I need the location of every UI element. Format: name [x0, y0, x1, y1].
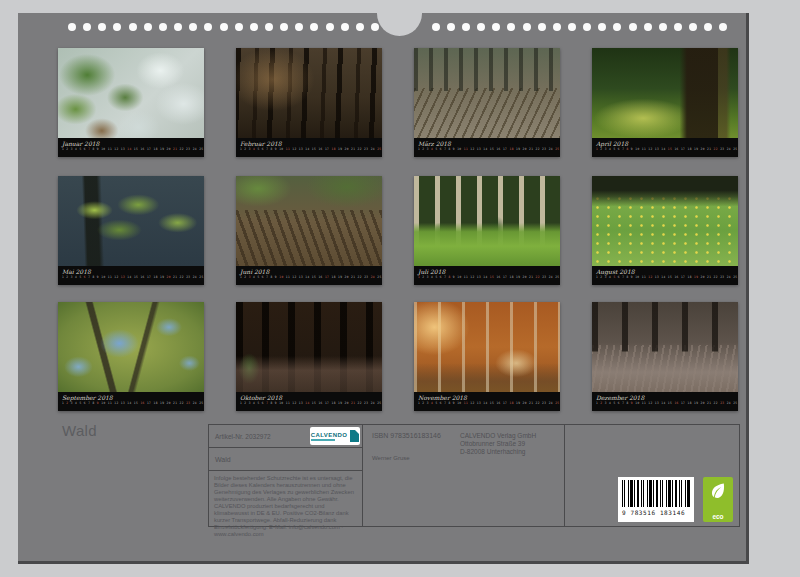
month-thumbnail: April 2018 1 2 3 4 5 6 7 8 9 10 11 12 13…	[592, 48, 738, 157]
punch-hole	[83, 23, 91, 31]
month-day-numbers: 1 2 3 4 5 6 7 8 9 10 11 12 13 14 15 16 1…	[240, 275, 364, 280]
punch-hole	[144, 23, 152, 31]
month-photo	[236, 48, 382, 138]
punch-hole	[583, 23, 591, 31]
punch-hole	[204, 23, 212, 31]
punch-hole	[447, 23, 455, 31]
month-label: Februar 2018	[240, 140, 378, 147]
month-label: Juni 2018	[240, 268, 378, 275]
month-day-numbers: 1 2 3 4 5 6 7 8 9 10 11 12 13 14 15 16 1…	[418, 401, 542, 406]
month-thumbnail: Mai 2018 1 2 3 4 5 6 7 8 9 10 11 12 13 1…	[58, 176, 204, 285]
punch-hole	[689, 23, 697, 31]
month-thumbnail: November 2018 1 2 3 4 5 6 7 8 9 10 11 12…	[414, 302, 560, 411]
punch-hole	[129, 23, 137, 31]
punch-hole	[462, 23, 470, 31]
month-day-numbers: 1 2 3 4 5 6 7 8 9 10 11 12 13 14 15 16 1…	[596, 401, 720, 406]
month-date-strip: Februar 2018 1 2 3 4 5 6 7 8 9 10 11 12 …	[236, 138, 382, 157]
publisher-line: Ottobrunner Straße 39	[460, 440, 536, 448]
calvendo-book-icon	[350, 430, 359, 442]
hanger-hole	[377, 13, 422, 36]
month-photo	[414, 176, 560, 266]
month-label: Mai 2018	[62, 268, 200, 275]
month-thumbnail: September 2018 1 2 3 4 5 6 7 8 9 10 11 1…	[58, 302, 204, 411]
artikel-row: Artikel-Nr. 2032972 CALVENDO	[209, 425, 362, 448]
month-photo	[592, 48, 738, 138]
month-label: November 2018	[418, 394, 556, 401]
leaf-icon	[708, 481, 728, 501]
artikel-number: Artikel-Nr. 2032972	[215, 433, 271, 440]
month-label: August 2018	[596, 268, 734, 275]
month-day-numbers: 1 2 3 4 5 6 7 8 9 10 11 12 13 14 15 16 1…	[596, 147, 720, 152]
month-day-numbers: 1 2 3 4 5 6 7 8 9 10 11 12 13 14 15 16 1…	[418, 147, 542, 152]
punch-hole	[280, 23, 288, 31]
month-thumbnail: August 2018 1 2 3 4 5 6 7 8 9 10 11 12 1…	[592, 176, 738, 285]
punch-hole	[644, 23, 652, 31]
barcode-digits: 9 783516 183146	[622, 509, 690, 516]
punch-hole	[719, 23, 727, 31]
month-day-numbers: 1 2 3 4 5 6 7 8 9 10 11 12 13 14 15 16 1…	[240, 401, 364, 406]
month-date-strip: März 2018 1 2 3 4 5 6 7 8 9 10 11 12 13 …	[414, 138, 560, 157]
month-thumbnail: Juli 2018 1 2 3 4 5 6 7 8 9 10 11 12 13 …	[414, 176, 560, 285]
month-thumbnail: Februar 2018 1 2 3 4 5 6 7 8 9 10 11 12 …	[236, 48, 382, 157]
month-thumbnail: Januar 2018 1 2 3 4 5 6 7 8 9 10 11 12 1…	[58, 48, 204, 157]
month-label: Juli 2018	[418, 268, 556, 275]
month-date-strip: April 2018 1 2 3 4 5 6 7 8 9 10 11 12 13…	[592, 138, 738, 157]
month-photo	[58, 302, 204, 392]
punch-hole	[310, 23, 318, 31]
punch-hole	[159, 23, 167, 31]
month-day-numbers: 1 2 3 4 5 6 7 8 9 10 11 12 13 14 15 16 1…	[62, 401, 186, 406]
month-day-numbers: 1 2 3 4 5 6 7 8 9 10 11 12 13 14 15 16 1…	[240, 147, 364, 152]
eco-label: eco	[712, 513, 723, 520]
month-date-strip: September 2018 1 2 3 4 5 6 7 8 9 10 11 1…	[58, 392, 204, 411]
punch-hole	[68, 23, 76, 31]
month-label: September 2018	[62, 394, 200, 401]
punch-hole	[220, 23, 228, 31]
punch-hole	[235, 23, 243, 31]
punch-hole	[250, 23, 258, 31]
month-photo	[414, 48, 560, 138]
month-day-numbers: 1 2 3 4 5 6 7 8 9 10 11 12 13 14 15 16 1…	[418, 275, 542, 280]
month-photo	[414, 302, 560, 392]
punch-hole	[174, 23, 182, 31]
month-photo	[236, 176, 382, 266]
month-label: Januar 2018	[62, 140, 200, 147]
punch-hole	[295, 23, 303, 31]
punch-hole	[341, 23, 349, 31]
punch-hole	[568, 23, 576, 31]
month-day-numbers: 1 2 3 4 5 6 7 8 9 10 11 12 13 14 15 16 1…	[62, 275, 186, 280]
punch-hole	[659, 23, 667, 31]
legal-text: Infolge bestehender Schutzrechte ist es …	[209, 471, 362, 542]
isbn-text: ISBN 9783516183146	[372, 432, 441, 439]
barcode-bars	[622, 480, 690, 507]
month-date-strip: Juli 2018 1 2 3 4 5 6 7 8 9 10 11 12 13 …	[414, 266, 560, 285]
calendar-back-cover: Januar 2018 1 2 3 4 5 6 7 8 9 10 11 12 1…	[18, 13, 749, 564]
punch-hole	[265, 23, 273, 31]
month-date-strip: Mai 2018 1 2 3 4 5 6 7 8 9 10 11 12 13 1…	[58, 266, 204, 285]
punch-hole	[492, 23, 500, 31]
punch-hole	[598, 23, 606, 31]
table-divider	[564, 425, 565, 526]
month-photo	[592, 176, 738, 266]
punch-hole	[553, 23, 561, 31]
punch-hole	[674, 23, 682, 31]
month-date-strip: Januar 2018 1 2 3 4 5 6 7 8 9 10 11 12 1…	[58, 138, 204, 157]
punch-hole	[432, 23, 440, 31]
publisher-line: CALVENDO Verlag GmbH	[460, 432, 536, 440]
month-label: Dezember 2018	[596, 394, 734, 401]
punch-hole	[113, 23, 121, 31]
month-day-numbers: 1 2 3 4 5 6 7 8 9 10 11 12 13 14 15 16 1…	[62, 147, 186, 152]
page-title: Wald	[62, 422, 97, 439]
punch-hole	[356, 23, 364, 31]
month-thumbnail: Juni 2018 1 2 3 4 5 6 7 8 9 10 11 12 13 …	[236, 176, 382, 285]
month-thumbnail: Oktober 2018 1 2 3 4 5 6 7 8 9 10 11 12 …	[236, 302, 382, 411]
punch-hole	[523, 23, 531, 31]
month-thumbnail: Dezember 2018 1 2 3 4 5 6 7 8 9 10 11 12…	[592, 302, 738, 411]
calendar-title-cell: Wald	[209, 448, 362, 471]
month-date-strip: Dezember 2018 1 2 3 4 5 6 7 8 9 10 11 12…	[592, 392, 738, 411]
month-photo	[58, 48, 204, 138]
month-label: April 2018	[596, 140, 734, 147]
info-table-left-cell: Artikel-Nr. 2032972 CALVENDO Wald Infolg…	[209, 425, 363, 526]
punch-hole	[507, 23, 515, 31]
calvendo-tagline-bar	[311, 439, 335, 441]
publisher-line: D-82008 Unterhaching	[460, 448, 536, 456]
